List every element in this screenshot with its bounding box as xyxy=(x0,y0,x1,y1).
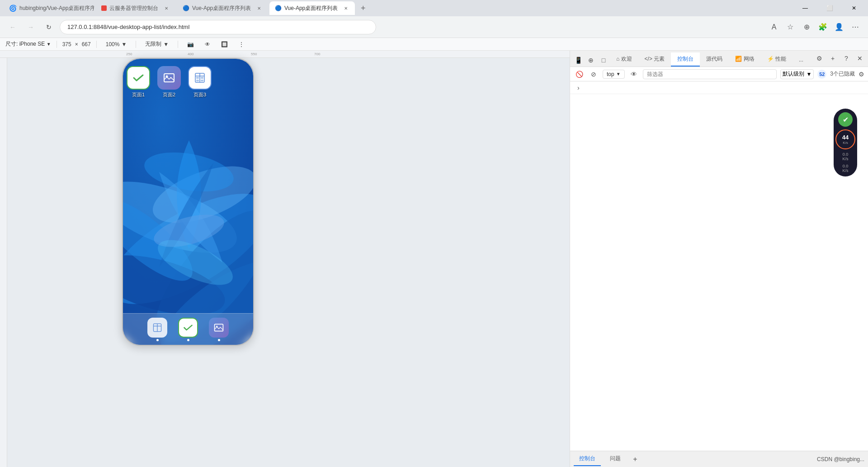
devtools-close-btn[interactable]: ✕ xyxy=(854,52,866,65)
devtools-help-btn[interactable]: ? xyxy=(840,52,853,65)
zoom-button[interactable]: 100% ▼ xyxy=(102,40,131,48)
phone-mockup: 页面1 页面2 xyxy=(122,58,254,346)
console-filter-input[interactable] xyxy=(643,69,777,79)
address-text: 127.0.0.1:8848/vue-desktop-app-list/inde… xyxy=(67,24,189,30)
tab-hubingbing[interactable]: 🌀 hubingbing/Vue-App桌面程序序... ✕ xyxy=(4,1,94,15)
devtools-settings-btn[interactable]: ⚙ xyxy=(813,52,826,65)
address-input[interactable]: 127.0.0.1:8848/vue-desktop-app-list/inde… xyxy=(60,20,376,34)
size-text: 尺寸: iPhone SE xyxy=(5,41,45,47)
devtools-inspect-btn[interactable]: ⊕ xyxy=(585,54,597,67)
dock-img-icon xyxy=(209,318,229,338)
net-status-icon: ✔ xyxy=(838,112,853,127)
perf-icon: ⚡ xyxy=(767,56,775,62)
app-icon-page2[interactable]: 页面2 xyxy=(157,66,181,98)
console-settings-icon[interactable]: ⚙ xyxy=(859,71,864,78)
bottom-tab-console[interactable]: 控制台 xyxy=(574,452,601,466)
separator1 xyxy=(57,41,57,48)
console-hidden-count: 3个已隐藏 xyxy=(830,70,855,78)
console-clear-btn[interactable]: 🚫 xyxy=(574,69,585,80)
devtools-tab-elements[interactable]: </> 元素 xyxy=(638,52,671,67)
throttle-arrow: ▼ xyxy=(163,41,169,48)
devtools-bottom-bar: 控制台 问题 + CSDN @bingbing... xyxy=(570,451,868,467)
svg-point-24 xyxy=(216,325,217,327)
devtools-tab-console[interactable]: 控制台 xyxy=(671,52,700,67)
dock-check[interactable] xyxy=(178,318,198,341)
app-icon-page3[interactable]: 页面3 xyxy=(188,66,212,98)
console-level-select[interactable]: 默认级别 ▼ xyxy=(780,69,814,79)
back-button[interactable]: ← xyxy=(5,20,20,34)
zoom-arrow: ▼ xyxy=(121,41,127,48)
app-icon-page1[interactable]: 页面1 xyxy=(127,66,150,98)
tab-vue-list-active[interactable]: 🔵 Vue-App桌面程序列表 ✕ xyxy=(269,1,355,15)
close-button[interactable]: ✕ xyxy=(844,1,864,15)
console-filter-btn[interactable]: ⊘ xyxy=(588,69,599,80)
devtools-tab-more[interactable]: ... xyxy=(793,54,810,67)
page3-icon xyxy=(188,66,212,90)
tab-vue-list-2[interactable]: 🔵 Vue-App桌面程序序列表 ✕ xyxy=(177,1,268,15)
net-upload-unit: K/s xyxy=(842,157,848,161)
phone-dock xyxy=(123,313,253,345)
devtools-device-toggle[interactable]: 📱 xyxy=(572,54,585,67)
new-tab-button[interactable]: + xyxy=(357,2,369,14)
net-upload-display: 0.0 K/s xyxy=(842,152,848,161)
screenshot-icon[interactable]: ⊕ xyxy=(799,20,814,34)
page2-label: 页面2 xyxy=(163,91,175,98)
height-value[interactable]: 667 xyxy=(82,41,91,48)
dock-calc-icon xyxy=(147,318,167,338)
devtools-add-btn[interactable]: + xyxy=(826,52,839,65)
tab3-close[interactable]: ✕ xyxy=(255,5,262,12)
tab4-close[interactable]: ✕ xyxy=(342,5,349,12)
tab-cloud-console[interactable]: 云服务器管理控制台 ✕ xyxy=(96,1,175,15)
settings-icon[interactable]: ⋯ xyxy=(848,20,863,34)
maximize-button[interactable]: ⬜ xyxy=(819,1,840,15)
toolbar-right: A ☆ ⊕ 🧩 👤 ⋯ xyxy=(767,20,863,34)
top-context-dropdown[interactable]: top ▼ xyxy=(603,70,625,79)
svg-rect-16 xyxy=(196,77,199,79)
console-error-badge: 52 xyxy=(817,70,826,79)
dock-img[interactable] xyxy=(209,318,229,341)
more-options-btn[interactable]: ⋮ xyxy=(235,40,248,48)
network-speed-widget: ✔ 44 K/s 0.0 K/s 0.0 K/s xyxy=(834,109,857,176)
devtools-tab-sources[interactable]: 源代码 xyxy=(700,52,729,67)
bottom-tab-issues[interactable]: 问题 xyxy=(604,452,626,466)
zoom-text: 100% xyxy=(106,41,120,48)
net-upload-value: 0.0 xyxy=(842,152,848,157)
throttle-button[interactable]: 无限制 ▼ xyxy=(142,39,172,49)
star-icon[interactable]: ☆ xyxy=(783,20,797,34)
console-expand-icon[interactable]: › xyxy=(574,82,583,93)
dock-calc[interactable] xyxy=(147,318,167,341)
refresh-button[interactable]: ↻ xyxy=(42,20,56,34)
browser-frame: 🌀 hubingbing/Vue-App桌面程序序... ✕ 云服务器管理控制台… xyxy=(0,0,868,467)
width-value[interactable]: 375 xyxy=(62,41,71,48)
svg-rect-18 xyxy=(196,80,199,81)
profile-icon[interactable]: 👤 xyxy=(832,20,846,34)
tab4-icon: 🔵 xyxy=(275,5,282,11)
size-label: 尺寸: iPhone SE ▼ xyxy=(5,40,51,48)
x-label: × xyxy=(75,41,78,48)
tab2-close[interactable]: ✕ xyxy=(163,5,170,12)
capture-icon-btn[interactable]: 📷 xyxy=(184,40,198,48)
show-media-btn[interactable]: 👁 xyxy=(201,40,214,48)
devtools-tab-network[interactable]: 📶 网络 xyxy=(729,52,760,67)
dock-calc-dot xyxy=(156,339,159,341)
console-eye-btn[interactable]: 👁 xyxy=(628,69,639,80)
forward-button[interactable]: → xyxy=(24,20,38,34)
page1-label: 页面1 xyxy=(132,91,145,98)
app-icons-area: 页面1 页面2 xyxy=(123,59,253,102)
extensions-icon[interactable]: 🧩 xyxy=(816,20,830,34)
devtools-tab-performance[interactable]: ⚡ 性能 xyxy=(761,52,793,67)
address-bar: ← → ↻ 127.0.0.1:8848/vue-desktop-app-lis… xyxy=(0,16,868,38)
devtools-responsive-btn[interactable]: □ xyxy=(597,54,610,67)
tab3-label: Vue-App桌面程序序列表 xyxy=(192,5,251,12)
net-download-value: 0.0 xyxy=(842,164,848,168)
net-speed-number: 44 xyxy=(842,134,849,141)
dock-check-icon xyxy=(178,318,198,338)
devtools-tab-welcome[interactable]: ⌂ 欢迎 xyxy=(610,52,638,67)
translate-icon[interactable]: A xyxy=(767,20,781,34)
minimize-button[interactable]: — xyxy=(795,1,816,15)
ruler-bar: 尺寸: iPhone SE ▼ 375 × 667 100% ▼ 无限制 ▼ 📷… xyxy=(0,38,868,51)
elements-icon: </> xyxy=(645,56,654,62)
orientation-btn[interactable]: 🔲 xyxy=(217,40,231,48)
bottom-add-tab-btn[interactable]: + xyxy=(630,454,641,465)
tab1-icon: 🌀 xyxy=(9,5,17,12)
